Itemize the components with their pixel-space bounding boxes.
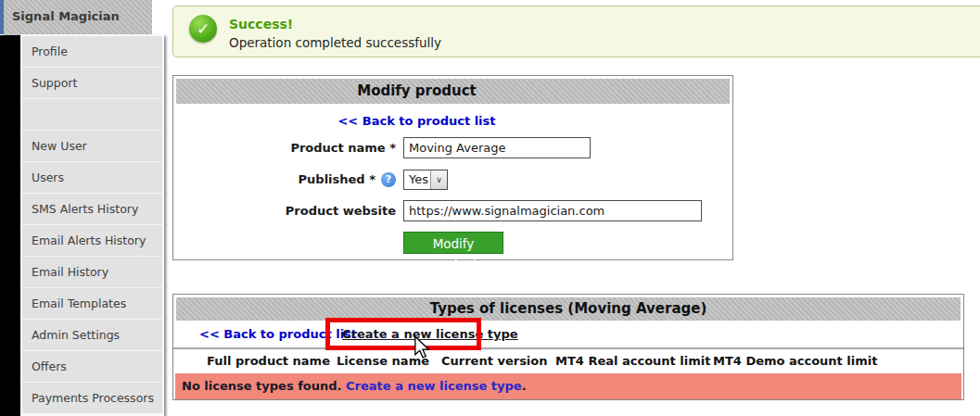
col-current-version: Current version — [441, 349, 548, 373]
product-website-input[interactable] — [403, 200, 702, 221]
no-license-types-text: No license types found. — [182, 379, 342, 393]
back-to-product-list-link-2[interactable]: << Back to product list — [199, 327, 357, 341]
no-license-types-row: No license types found. Create a new lic… — [175, 373, 961, 399]
license-types-panel: Types of licenses (Moving Average) << Ba… — [172, 294, 964, 400]
modify-panel-header: Modify product — [176, 79, 730, 104]
alert-message: Operation completed successfully — [229, 35, 441, 50]
col-full-product-name: Full product name — [207, 349, 330, 373]
brand-title: Signal Magician — [12, 9, 120, 23]
success-alert: ✓ Success! Operation completed successfu… — [172, 6, 980, 57]
published-select-value: Yes — [404, 170, 430, 189]
modify-product-panel: Modify product << Back to product list P… — [172, 75, 733, 260]
published-label: Published * — [299, 172, 375, 186]
create-license-type-link-inline[interactable]: Create a new license type — [346, 379, 522, 393]
sidebar-item-profile[interactable]: Profile — [22, 36, 162, 68]
help-icon[interactable]: ? — [381, 172, 396, 187]
modify-product-button[interactable]: Modify product — [403, 232, 503, 254]
sidebar-item-users[interactable]: Users — [22, 162, 162, 194]
brand-header: Signal Magician — [4, 0, 152, 35]
modify-panel-title: Modify product — [176, 79, 730, 104]
alert-title: Success! — [229, 17, 293, 32]
chevron-down-icon: ∨ — [430, 170, 447, 189]
sidebar-item-empty — [22, 99, 162, 131]
col-mt4-demo-account-limit: MT4 Demo account limit — [713, 349, 877, 373]
product-name-label: Product name * — [173, 141, 396, 155]
success-check-icon: ✓ — [189, 15, 217, 43]
sidebar-item-sms-alerts-history[interactable]: SMS Alerts History — [22, 194, 162, 225]
mouse-cursor-icon — [412, 335, 432, 359]
license-panel-header: Types of licenses (Moving Average) — [176, 297, 961, 321]
license-panel-title: Types of licenses (Moving Average) — [176, 297, 961, 321]
sidebar-item-offers[interactable]: Offers — [22, 351, 162, 383]
sidebar-item-admin-settings[interactable]: Admin Settings — [22, 320, 162, 351]
sidebar-item-payments-processors[interactable]: Payments Processors — [22, 383, 162, 414]
sidebar-item-email-history[interactable]: Email History — [22, 257, 162, 288]
no-license-types-suffix: . — [522, 379, 527, 393]
sidebar-item-new-user[interactable]: New User — [22, 131, 162, 162]
sidebar: Profile Support New User Users SMS Alert… — [20, 34, 164, 416]
sidebar-item-email-templates[interactable]: Email Templates — [22, 288, 162, 320]
page-background-strip — [0, 35, 20, 416]
published-select[interactable]: Yes ∨ — [403, 170, 448, 190]
product-name-input[interactable] — [403, 137, 591, 158]
col-mt4-real-account-limit: MT4 Real account limit — [555, 349, 710, 373]
license-table-header-row: Full product name License name Current v… — [173, 349, 963, 373]
back-to-product-list-link[interactable]: << Back to product list — [337, 114, 495, 128]
sidebar-item-email-alerts-history[interactable]: Email Alerts History — [22, 225, 162, 257]
sidebar-item-support[interactable]: Support — [22, 68, 162, 99]
product-website-label: Product website — [173, 204, 396, 218]
